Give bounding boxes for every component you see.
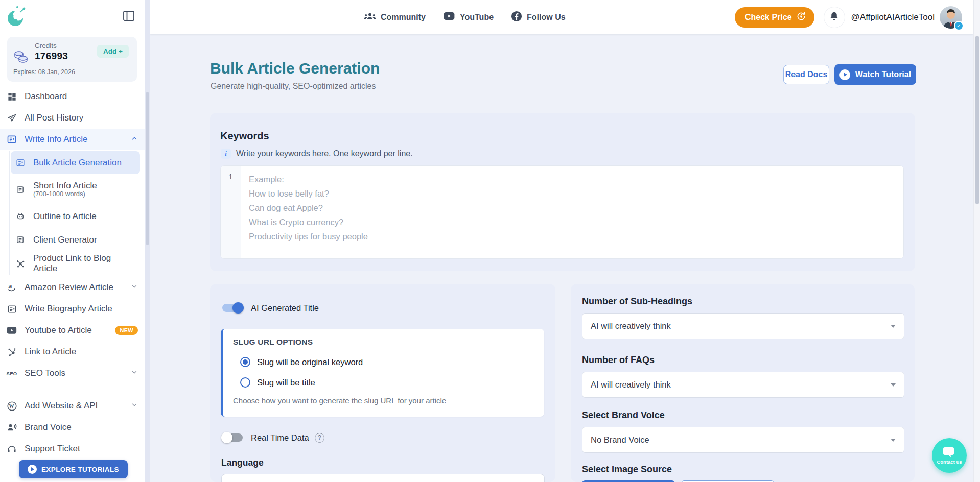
amazon-icon: a [6, 282, 17, 293]
sidebar: Credits 176993 Add + Expires: 08 Jan, 20… [0, 0, 145, 482]
newspaper-icon [6, 303, 17, 315]
radio-unchecked-icon[interactable] [240, 377, 250, 388]
brand-voice-label: Select Brand Voice [582, 410, 665, 421]
faqs-label: Number of FAQs [582, 355, 655, 366]
faqs-select[interactable]: AI will creatively think [582, 372, 904, 398]
nav-youtube-link[interactable]: YouTube [443, 12, 494, 22]
sidebar-item-all-post-history[interactable]: All Post History [0, 107, 145, 129]
send-icon [6, 112, 17, 124]
slug-url-options-card: SLUG URL OPTIONS Slug will be original k… [221, 329, 544, 417]
article-settings-card: Number of Sub-Headings AI will creativel… [571, 284, 915, 482]
sidebar-item-brand-voice[interactable]: Brand Voice [0, 417, 145, 438]
chevron-down-icon [131, 282, 138, 293]
coins-icon [13, 50, 29, 65]
youtube-icon [6, 325, 17, 336]
keywords-card: Keywords i Write your keywords here. One… [210, 113, 915, 271]
wordpress-icon: W [6, 400, 17, 412]
sidebar-item-amazon-review[interactable]: a Amazon Review Article [0, 277, 145, 298]
ai-generated-title-toggle[interactable] [221, 302, 244, 314]
slug-options-heading: SLUG URL OPTIONS [233, 338, 533, 347]
watch-tutorial-button[interactable]: Watch Tutorial [834, 64, 916, 85]
username[interactable]: @AffpilotAIArticleTool [851, 12, 935, 22]
sidebar-item-seo-tools[interactable]: SEO SEO Tools [0, 363, 145, 384]
sidebar-item-add-website-api[interactable]: W Add Website & API [0, 395, 145, 417]
caret-down-icon [891, 439, 896, 442]
sidebar-scrollbar [145, 0, 150, 482]
credits-card: Credits 176993 Add + Expires: 08 Jan, 20… [7, 37, 137, 82]
sidebar-item-link-to-article[interactable]: Link to Article [0, 341, 145, 363]
page-title: Bulk Article Generation [210, 60, 380, 77]
network-share-icon [15, 258, 25, 268]
svg-text:W: W [9, 403, 14, 409]
keywords-heading: Keywords [220, 130, 905, 142]
slug-title-option[interactable]: Slug will be title [240, 377, 533, 388]
user-avatar[interactable]: ✓ [940, 6, 962, 29]
sidebar-menu: Dashboard All Post History Write Info Ar… [0, 86, 145, 460]
slug-original-keyword-option[interactable]: Slug will be original keyword [240, 357, 533, 367]
sidebar-item-write-biography[interactable]: Write Biography Article [0, 298, 145, 320]
page-subtitle: Generate high-quality, SEO-optimized art… [211, 82, 376, 91]
notifications-button[interactable] [824, 7, 845, 28]
add-credits-button[interactable]: Add + [97, 45, 129, 58]
help-icon[interactable]: ? [315, 433, 324, 443]
image-source-label: Select Image Source [582, 464, 672, 475]
dashboard-icon [6, 91, 17, 102]
page-scrollbar [973, 0, 980, 482]
verified-badge-icon: ✓ [954, 21, 964, 31]
language-select[interactable] [221, 474, 545, 482]
contact-us-button[interactable]: Contact us [932, 438, 967, 473]
bell-icon [829, 11, 839, 23]
sidebar-item-support-ticket[interactable]: Support Ticket [0, 438, 145, 460]
check-price-button[interactable]: Check Price [735, 7, 814, 28]
credits-expiry: Expires: 08 Jan, 2026 [13, 68, 75, 76]
slug-help-text: Choose how you want to generate the slug… [233, 396, 533, 405]
play-icon [839, 69, 850, 80]
placeholder-line: Productivity tips for busy people [249, 229, 368, 244]
community-icon [364, 12, 376, 23]
sidebar-scrollbar-thumb[interactable] [146, 92, 149, 245]
sidebar-item-product-link-to-blog[interactable]: Product Link to Blog Article [11, 252, 140, 275]
editor-placeholder: Example: How to lose belly fat? Can dog … [241, 166, 368, 258]
page-scrollbar-thumb[interactable] [975, 36, 979, 204]
placeholder-line: How to lose belly fat? [249, 186, 368, 201]
article-options-card: AI Generated Title SLUG URL OPTIONS Slug… [210, 284, 555, 482]
keywords-editor[interactable]: 1 Example: How to lose belly fat? Can do… [220, 165, 904, 259]
play-icon [28, 465, 37, 474]
seo-icon: SEO [6, 368, 17, 379]
subheadings-label: Number of Sub-Headings [582, 296, 692, 307]
app-logo-icon[interactable] [5, 4, 30, 30]
short-info-note: (700-1000 words) [33, 190, 97, 198]
sidebar-collapse-icon[interactable] [123, 10, 136, 22]
sidebar-item-short-info-article[interactable]: Short Info Article (700-1000 words) [11, 175, 140, 204]
real-time-data-toggle[interactable] [221, 432, 244, 443]
keywords-hint-row: i Write your keywords here. One keyword … [221, 149, 905, 159]
facebook-icon [511, 11, 522, 24]
newspaper-icon [6, 134, 17, 145]
nav-follow-us-link[interactable]: Follow Us [511, 11, 566, 24]
contact-us-label: Contact us [937, 459, 962, 465]
sidebar-item-outline-to-article[interactable]: Outline to Article [11, 205, 140, 228]
sidebar-item-write-info-article[interactable]: Write Info Article [0, 129, 145, 150]
language-label: Language [221, 457, 264, 468]
info-icon: i [221, 149, 231, 159]
real-time-data-row: Real Time Data ? [221, 432, 324, 443]
top-navbar: Community YouTube Follow Us Check Pri [150, 0, 973, 34]
radio-checked-icon[interactable] [240, 357, 250, 367]
youtube-icon [443, 12, 455, 22]
explore-tutorials-button[interactable]: EXPLORE TUTORIALS [19, 460, 128, 478]
sidebar-item-client-generator[interactable]: Client Generator [11, 228, 140, 251]
sidebar-item-youtube-to-article[interactable]: Youtube to Article NEW [0, 320, 145, 341]
editor-line-number: 1 [221, 166, 241, 258]
chevron-down-icon [131, 368, 138, 378]
read-docs-button[interactable]: Read Docs [783, 65, 829, 84]
sidebar-item-bulk-article-generation[interactable]: Bulk Article Generation [11, 151, 140, 174]
subheadings-select[interactable]: AI will creatively think [582, 313, 904, 339]
document-lines-icon [15, 185, 25, 195]
caret-down-icon [891, 383, 896, 387]
placeholder-line: What is Crypto currency? [249, 215, 368, 229]
document-lines-icon [15, 235, 25, 245]
sidebar-item-dashboard[interactable]: Dashboard [0, 86, 145, 107]
navbar-links: Community YouTube Follow Us [364, 0, 566, 34]
nav-community-link[interactable]: Community [364, 12, 426, 23]
brand-voice-select[interactable]: No Brand Voice [582, 427, 904, 453]
